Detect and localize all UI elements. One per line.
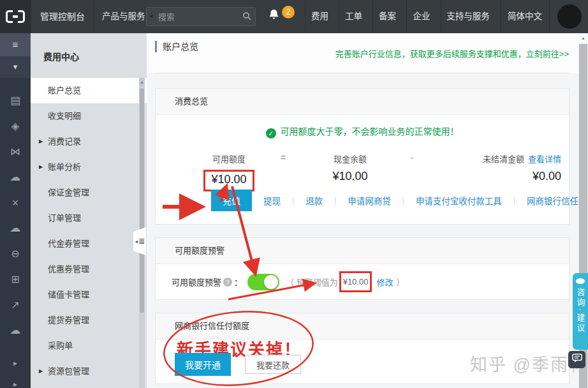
modify-threshold-link[interactable]: 修改 xyxy=(376,276,393,288)
sidebar-item-pickup-vouchers[interactable]: 提货券管理 xyxy=(31,308,147,333)
rail-collapsed-group2-icon[interactable]: ▸ xyxy=(0,375,31,388)
sidebar-item-purchase-orders[interactable]: 采购单 xyxy=(31,333,147,359)
expand-arrow-icon: ▶ xyxy=(39,129,43,154)
view-details-link[interactable]: 查看详情 xyxy=(528,154,561,164)
search-icon[interactable] xyxy=(242,11,251,23)
consult-tab-label: 咨询·建议 xyxy=(575,288,587,333)
promo-link[interactable]: 完善账户行业信息，获取更多后续服务支撑和优惠，立刻前往>> xyxy=(335,47,569,59)
rail-scaling-icon[interactable]: × xyxy=(0,190,31,216)
sidebar-item-coupons[interactable]: 优惠券管理 xyxy=(31,257,147,282)
sidebar-item-deposit[interactable]: 保证金管理 xyxy=(31,180,147,205)
check-circle-icon: ✓ xyxy=(266,128,276,138)
chat-widget-button[interactable] xyxy=(568,351,585,368)
rail-monitor-search-icon[interactable]: ⊖ xyxy=(0,241,31,267)
threshold-prefix: （ 预警阈值为 xyxy=(286,276,338,288)
rail-middleware-icon[interactable]: ⊞ xyxy=(0,267,31,292)
sidebar-item-account-overview[interactable]: 账户总览 xyxy=(31,78,147,103)
product-icon-rail: ≡ ▾ ▤ ◈ ⋈ ☁ × ☁ ⊖ ⊞ ↗ ☁ ▸ ▸ xyxy=(0,33,31,388)
sidebar-item-bill-analysis[interactable]: ▶账单分析 xyxy=(31,154,147,180)
threshold-suffix: ） xyxy=(396,276,404,288)
rail-multicloud-icon[interactable]: ☁ xyxy=(0,216,31,241)
outstanding-value: ¥0.00 xyxy=(408,170,561,183)
search-scope-caret-icon: ◂ xyxy=(149,11,153,20)
outstanding-block: 未结清金额查看详情 ¥0.00 xyxy=(408,153,561,183)
rail-cloud-icon[interactable]: ☁ xyxy=(0,165,31,190)
mybank-loan-link[interactable]: 申请网商贷 xyxy=(348,194,391,207)
bell-icon xyxy=(268,12,280,23)
threshold-value: ¥10.00 xyxy=(339,271,372,292)
rail-cloud-storage-icon[interactable]: ☁ xyxy=(0,318,31,343)
available-credit-value: ¥10.00 xyxy=(203,170,254,191)
credit-alert-row: 可用额度预警 ? ： （ 预警阈值为 ¥10.00 修改 ） xyxy=(172,271,404,292)
notifications-button[interactable]: 2 xyxy=(268,8,297,25)
sidebar-item-stored-value-cards[interactable]: 储值卡管理 xyxy=(31,282,147,308)
sidebar-item-orders[interactable]: 订单管理 xyxy=(31,205,147,231)
consult-suggest-tab[interactable]: 咨询·建议 xyxy=(573,273,588,350)
topbar-item-support[interactable]: 支持与服务 xyxy=(441,0,495,33)
sidebar-collapse-tab[interactable]: ◂ ≣ xyxy=(133,227,146,255)
refund-link[interactable]: 退款 xyxy=(305,194,323,207)
topbar-search: ◂ xyxy=(146,7,256,26)
search-input[interactable] xyxy=(157,8,239,26)
rail-caret-down-icon[interactable]: ▾ xyxy=(0,56,31,78)
brand-bracket-icon xyxy=(6,10,25,23)
aliyun-logo[interactable] xyxy=(0,0,31,33)
chat-bubble-icon xyxy=(572,354,582,366)
equals-operator: = xyxy=(281,153,286,163)
rail-network-icon[interactable]: ⋈ xyxy=(0,139,31,165)
outstanding-label: 未结清金额 xyxy=(483,154,524,164)
sidebar-item-resource-packages[interactable]: ▶资源包管理 xyxy=(31,359,147,384)
sidebar-item-consumption-records[interactable]: ▶消费记录 xyxy=(31,129,147,154)
topbar-item-tickets[interactable]: 工单 xyxy=(339,0,368,33)
topbar-products-menu[interactable]: 产品与服务 xyxy=(102,0,145,33)
scroll-up-icon[interactable]: ▲ xyxy=(578,33,588,43)
topbar-item-enterprise[interactable]: 企业 xyxy=(406,0,436,33)
user-avatar[interactable] xyxy=(557,4,582,29)
trustpay-actions-row: 我要开通 我要还款 xyxy=(175,353,301,376)
activate-trustpay-button[interactable]: 我要开通 xyxy=(175,353,231,376)
notification-count-badge: 2 xyxy=(282,6,295,19)
header-divider xyxy=(155,73,570,73)
account-actions-row: 充值 提现 | 退款 | 申请网商贷 | 申请支付宝收付款工具 | 网商银行信任… xyxy=(211,190,587,211)
cash-balance-value: ¥10.00 xyxy=(302,170,398,183)
recharge-button[interactable]: 充值 xyxy=(211,190,252,211)
withdraw-link[interactable]: 提现 xyxy=(263,194,281,207)
rail-security-icon[interactable]: ◈ xyxy=(0,114,31,139)
topbar-item-icp[interactable]: 备案 xyxy=(372,0,402,33)
repay-button[interactable]: 我要还款 xyxy=(245,355,301,374)
page-title: 账户总览 xyxy=(155,41,198,52)
alipay-tool-link[interactable]: 申请支付宝收付款工具 xyxy=(416,194,502,207)
card-title: 网商银行信任付额度 xyxy=(156,313,569,340)
top-navigation-bar: 管理控制台 产品与服务 ◂ 2 费用 工单 备案 企业 支持与服务 简体中文 xyxy=(0,0,588,33)
collapse-bars-icon: ≣ xyxy=(138,237,144,246)
consult-icon xyxy=(576,278,585,284)
topbar-item-billing[interactable]: 费用 xyxy=(305,0,334,33)
sidebar-scrollbar-thumb[interactable] xyxy=(140,88,144,313)
cash-balance-block: 现金余额 ¥10.00 xyxy=(302,153,398,183)
expand-arrow-icon: ▶ xyxy=(39,359,43,384)
credit-alert-toggle[interactable] xyxy=(247,274,279,290)
sidebar-item-income-expense[interactable]: 收支明细 xyxy=(31,103,147,129)
topbar-item-console[interactable]: 管理控制台 xyxy=(31,0,94,33)
expand-arrow-icon: ▶ xyxy=(39,154,43,180)
sidebar-item-vouchers[interactable]: 代金券管理 xyxy=(31,231,147,257)
credit-alert-label: 可用额度预警 xyxy=(172,276,221,288)
credit-status-message: ✓可用额度大于零，不会影响业务的正常使用！ xyxy=(156,124,569,138)
rail-servers-icon[interactable]: ▤ xyxy=(0,88,31,114)
credit-alert-card: 可用额度预警 可用额度预警 ? ： （ 预警阈值为 ¥10.00 修改 ） xyxy=(155,237,570,300)
billing-sidebar: 费用中心 账户总览 收支明细 ▶消费记录 ▶账单分析 保证金管理 订单管理 代金… xyxy=(31,33,147,388)
billing-console-page: 管理控制台 产品与服务 ◂ 2 费用 工单 备案 企业 支持与服务 简体中文 ≡… xyxy=(0,0,588,388)
card-title: 消费总览 xyxy=(156,89,569,115)
topbar-item-language[interactable]: 简体中文 xyxy=(500,0,550,33)
consumption-overview-card: 消费总览 ✓可用额度大于零，不会影响业务的正常使用！ 可用额度 ¥10.00 =… xyxy=(155,88,570,225)
help-icon[interactable]: ? xyxy=(223,278,232,287)
collapse-caret-icon: ◂ xyxy=(135,239,138,244)
available-credit-block: 可用额度 ¥10.00 xyxy=(181,153,277,191)
cash-balance-label: 现金余额 xyxy=(302,153,398,165)
scroll-up-icon[interactable]: ▲ xyxy=(139,78,145,87)
card-title: 可用额度预警 xyxy=(156,238,569,264)
rail-collapsed-group-icon[interactable]: ▸ xyxy=(0,354,31,373)
rail-hamburger-icon[interactable]: ≡ xyxy=(0,33,31,56)
sidebar-title: 费用中心 xyxy=(31,33,147,63)
rail-analytics-icon[interactable]: ↗ xyxy=(0,292,31,318)
